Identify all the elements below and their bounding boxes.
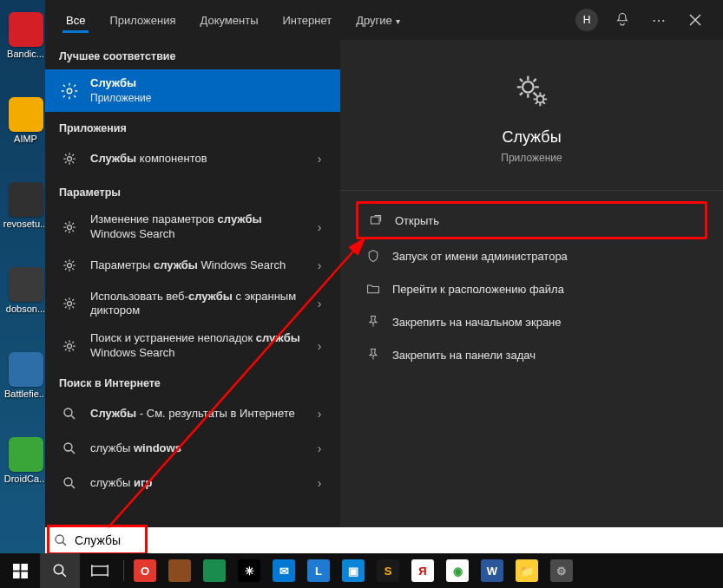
tab-label: Другие	[356, 14, 392, 27]
user-avatar[interactable]: Н	[575, 9, 598, 31]
web-result[interactable]: службы игр›	[45, 466, 340, 500]
app-icon: O	[134, 559, 156, 582]
result-label: Службы компонентов	[90, 152, 309, 166]
action-label: Открыть	[395, 214, 439, 227]
web-result[interactable]: службы windows›	[45, 431, 340, 466]
result-title: Службы	[90, 76, 330, 90]
preview-subtitle: Приложение	[501, 152, 562, 164]
chevron-right-icon: ›	[309, 258, 330, 272]
separator	[340, 190, 723, 191]
search-tab[interactable]: Документы	[187, 3, 270, 37]
taskbar-app[interactable]: L	[301, 553, 336, 588]
taskbar-app[interactable]: ✳	[232, 553, 266, 588]
app-result[interactable]: Службы компонентов›	[45, 141, 340, 176]
result-label: Изменение параметров службы Windows Sear…	[90, 212, 309, 241]
taskbar-app[interactable]: Я	[405, 553, 440, 588]
search-input-bar[interactable]	[45, 527, 723, 553]
taskbar-app[interactable]: ⚙	[544, 553, 579, 588]
svg-point-4	[68, 302, 72, 306]
close-icon[interactable]	[683, 8, 707, 32]
search-tab[interactable]: Все	[54, 3, 97, 37]
preview-action[interactable]: Запуск от имени администратора	[356, 239, 707, 272]
desktop-icon[interactable]: Bandic...	[2, 12, 49, 59]
settings-result[interactable]: Изменение параметров службы Windows Sear…	[45, 206, 340, 248]
app-icon: ⚙	[550, 559, 573, 582]
desktop-icon[interactable]: Battlefie...	[2, 352, 49, 399]
result-label: службы windows	[90, 441, 309, 455]
chevron-right-icon: ›	[309, 339, 330, 353]
svg-rect-14	[13, 564, 20, 571]
settings-result[interactable]: Поиск и устранение неполадок службы Wind…	[45, 324, 340, 367]
svg-point-9	[523, 82, 534, 93]
desktop-icon-label: AIMP	[2, 134, 49, 144]
gear-icon	[59, 148, 80, 169]
app-icon	[9, 437, 43, 472]
feedback-icon[interactable]	[610, 8, 634, 32]
search-icon	[59, 473, 80, 493]
folder-icon	[365, 280, 382, 297]
svg-point-1	[68, 157, 72, 161]
result-label: Поиск и устранение неполадок службы Wind…	[90, 331, 309, 360]
svg-point-3	[68, 263, 72, 267]
result-label: службы игр	[90, 476, 309, 490]
search-panel: ВсеПриложенияДокументыИнтернетДругие▾ Н …	[45, 0, 723, 553]
chevron-right-icon: ›	[309, 441, 330, 455]
pin-taskbar-icon	[365, 346, 382, 363]
app-icon: W	[481, 559, 503, 582]
taskbar-app[interactable]	[197, 553, 232, 588]
action-label: Запуск от имени администратора	[392, 250, 568, 263]
taskbar-app[interactable]: ◉	[440, 553, 475, 588]
tab-label: Приложения	[109, 14, 175, 27]
search-icon	[59, 403, 80, 424]
preview-action[interactable]: Открыть	[356, 201, 707, 239]
search-input[interactable]	[75, 533, 714, 547]
desktop-icon[interactable]: AIMP	[2, 97, 49, 144]
desktop-icon-label: Battlefie...	[2, 389, 49, 399]
svg-point-0	[67, 88, 72, 94]
settings-result[interactable]: Параметры службы Windows Search›	[45, 248, 340, 283]
preview-action[interactable]: Закрепить на начальном экране	[356, 305, 707, 338]
start-button[interactable]	[0, 553, 40, 588]
settings-result[interactable]: Использовать веб-службы с экранным дикто…	[45, 283, 340, 325]
preview-hero: Службы Приложение	[356, 57, 707, 180]
preview-action[interactable]: Перейти к расположению файла	[356, 272, 707, 305]
svg-point-5	[68, 343, 72, 348]
task-view-button[interactable]	[80, 553, 120, 588]
best-match-result[interactable]: Службы Приложение	[45, 69, 340, 112]
desktop-icon[interactable]: revosetu...	[2, 182, 49, 229]
taskbar-app[interactable]: S	[371, 553, 405, 588]
app-icon: Я	[411, 559, 434, 582]
taskbar-app[interactable]: O	[128, 553, 162, 588]
chevron-right-icon: ›	[309, 297, 330, 310]
search-icon	[54, 533, 68, 547]
taskbar-app[interactable]: W	[475, 553, 509, 588]
preview-actions: ОткрытьЗапуск от имени администратораПер…	[356, 201, 707, 371]
app-icon	[203, 559, 226, 582]
section-apps: Приложения	[45, 112, 340, 141]
taskbar-app[interactable]	[162, 553, 197, 588]
taskbar-app[interactable]: ▣	[336, 553, 371, 588]
more-icon[interactable]: ⋯	[647, 8, 671, 32]
section-settings: Параметры	[45, 176, 340, 206]
taskbar-search-button[interactable]	[40, 553, 80, 588]
app-icon: S	[377, 559, 399, 582]
result-label: Параметры службы Windows Search	[90, 258, 309, 272]
desktop-icon-label: dobson...	[2, 304, 49, 314]
search-top-controls: Н ⋯	[575, 8, 714, 32]
desktop-icon[interactable]: DroidCa...	[2, 437, 49, 484]
search-tab[interactable]: Интернет	[270, 3, 344, 37]
app-icon	[9, 182, 43, 217]
taskbar-app[interactable]: 📁	[509, 553, 544, 588]
web-result[interactable]: Службы - См. результаты в Интернете›	[45, 396, 340, 431]
app-icon: ✳	[238, 559, 260, 582]
section-best-match: Лучшее соответствие	[45, 40, 340, 69]
preview-action[interactable]: Закрепить на панели задач	[356, 338, 707, 371]
action-label: Закрепить на панели задач	[392, 349, 536, 362]
taskbar-app[interactable]: ✉	[266, 553, 301, 588]
action-label: Закрепить на начальном экране	[392, 316, 562, 329]
desktop-icon[interactable]: dobson...	[2, 267, 49, 314]
chevron-down-icon: ▾	[396, 16, 400, 26]
search-tab[interactable]: Приложения	[97, 3, 187, 37]
svg-point-10	[536, 95, 543, 102]
search-tab[interactable]: Другие▾	[344, 3, 412, 37]
